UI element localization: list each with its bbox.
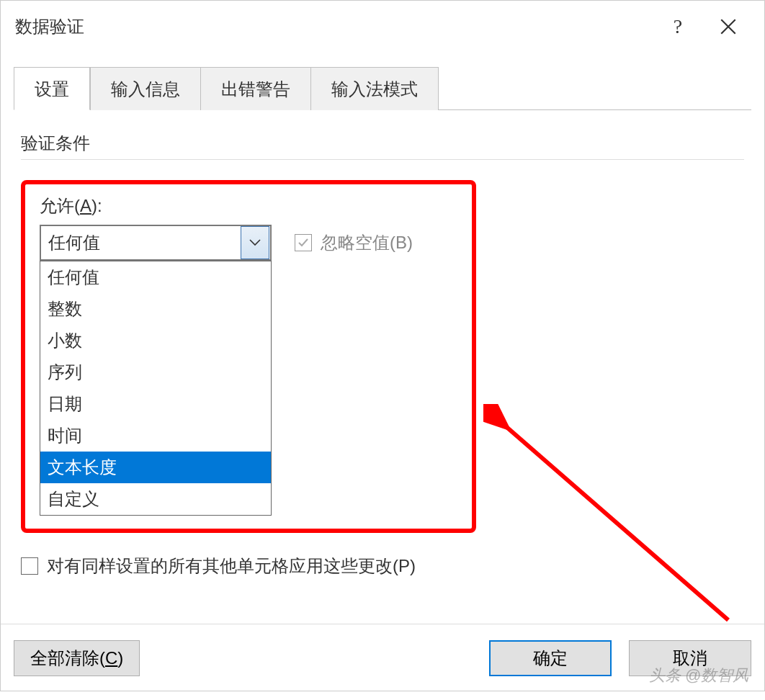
combo-dropdown-button[interactable] bbox=[241, 226, 269, 259]
allow-label-post: ): bbox=[91, 196, 102, 215]
ignore-blank-label: 忽略空值(B) bbox=[321, 231, 413, 254]
list-item[interactable]: 时间 bbox=[40, 420, 271, 452]
allow-label: 允许(A): bbox=[40, 194, 457, 217]
ignore-blank-checkbox[interactable]: 忽略空值(B) bbox=[295, 231, 413, 254]
list-item[interactable]: 自定义 bbox=[40, 483, 271, 515]
close-icon bbox=[719, 17, 738, 36]
chevron-down-icon bbox=[249, 239, 261, 246]
list-item[interactable]: 序列 bbox=[40, 356, 271, 388]
list-item[interactable]: 日期 bbox=[40, 388, 271, 420]
content: 验证条件 允许(A): 任何值 忽略空值(B) bbox=[1, 110, 764, 578]
tabstrip: 设置 输入信息 出错警告 输入法模式 bbox=[14, 67, 751, 110]
close-button[interactable] bbox=[707, 1, 750, 53]
tab-ime-mode[interactable]: 输入法模式 bbox=[311, 67, 439, 110]
apply-all-checkbox[interactable]: 对有同样设置的所有其他单元格应用这些更改(P) bbox=[21, 555, 744, 578]
tab-error-alert[interactable]: 出错警告 bbox=[201, 67, 311, 110]
titlebar: 数据验证 ? bbox=[1, 1, 764, 53]
divider bbox=[21, 159, 744, 160]
tab-settings[interactable]: 设置 bbox=[14, 67, 90, 110]
section-label: 验证条件 bbox=[21, 132, 744, 155]
dialog-title: 数据验证 bbox=[15, 15, 84, 38]
list-item[interactable]: 任何值 bbox=[40, 261, 271, 293]
list-item[interactable]: 小数 bbox=[40, 325, 271, 356]
checkbox-icon bbox=[21, 557, 38, 575]
checkmark-icon bbox=[298, 237, 309, 248]
checkbox-icon bbox=[295, 234, 312, 251]
ok-button[interactable]: 确定 bbox=[489, 640, 612, 676]
clear-all-button[interactable]: 全部清除(C) bbox=[14, 640, 140, 676]
data-validation-dialog: 数据验证 ? 设置 输入信息 出错警告 输入法模式 验证条件 允许(A): 任何… bbox=[0, 0, 765, 691]
watermark: 头条 @数智风 bbox=[649, 665, 748, 686]
help-button[interactable]: ? bbox=[656, 1, 699, 53]
allow-label-key: A bbox=[80, 196, 91, 215]
tab-input-message[interactable]: 输入信息 bbox=[90, 67, 201, 110]
list-item[interactable]: 整数 bbox=[40, 293, 271, 325]
combo-value: 任何值 bbox=[41, 231, 240, 254]
allow-dropdown-list[interactable]: 任何值 整数 小数 序列 日期 时间 文本长度 自定义 bbox=[40, 261, 272, 516]
allow-combobox[interactable]: 任何值 bbox=[40, 225, 272, 261]
allow-label-pre: 允许( bbox=[40, 196, 80, 215]
apply-all-label: 对有同样设置的所有其他单元格应用这些更改(P) bbox=[47, 555, 416, 578]
highlight-annotation: 允许(A): 任何值 忽略空值(B) 任何值 整数 bbox=[21, 180, 476, 533]
list-item-selected[interactable]: 文本长度 bbox=[40, 452, 271, 483]
